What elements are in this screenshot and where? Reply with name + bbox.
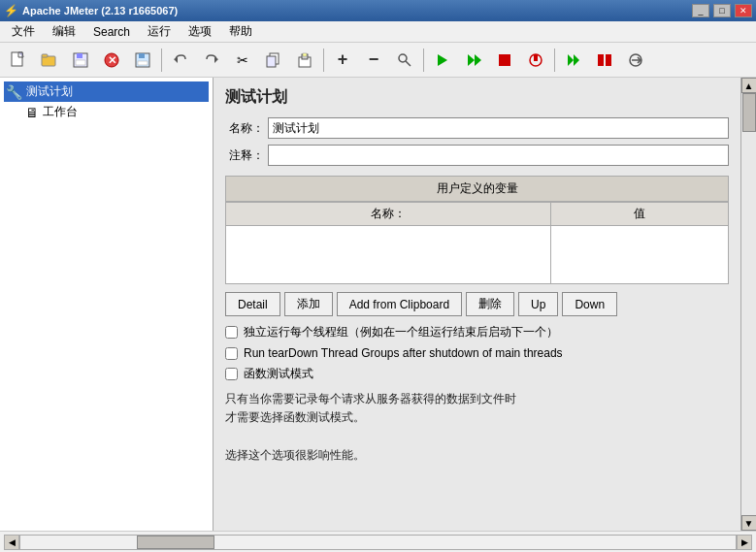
comment-row: 注释： xyxy=(225,145,729,166)
tree-item-work-bench[interactable]: 🖥 工作台 xyxy=(23,102,209,122)
maximize-button[interactable]: □ xyxy=(713,4,731,17)
table-cell-name[interactable] xyxy=(226,226,551,284)
menu-run[interactable]: 运行 xyxy=(140,21,179,42)
main-area: 🔧 测试计划 🖥 工作台 测试计划 名称： 注释： 用户定义的变量 xyxy=(0,78,756,531)
play-no-pause-button[interactable] xyxy=(459,47,488,74)
tree-item-test-plan[interactable]: 🔧 测试计划 xyxy=(4,81,209,102)
redo-button[interactable] xyxy=(197,47,226,74)
add-button[interactable]: 添加 xyxy=(284,292,333,316)
horizontal-scroll-thumb[interactable] xyxy=(137,536,214,549)
desc-line-2: 才需要选择函数测试模式。 xyxy=(225,410,365,424)
description: 只有当你需要记录每个请求从服务器获得的数据到文件时 才需要选择函数测试模式。 选… xyxy=(225,390,729,465)
svg-rect-23 xyxy=(499,54,510,66)
shutdown-button[interactable] xyxy=(521,47,550,74)
menu-file[interactable]: 文件 xyxy=(4,21,43,42)
stop-button[interactable] xyxy=(490,47,519,74)
menu-search[interactable]: Search xyxy=(85,23,138,41)
horizontal-scrollbar-track[interactable] xyxy=(19,535,737,550)
add-node-button[interactable]: + xyxy=(328,47,357,74)
find-button[interactable] xyxy=(390,47,419,74)
scroll-down-arrow[interactable]: ▼ xyxy=(741,515,757,531)
functional-checkbox-row: 函数测试模式 xyxy=(225,366,729,382)
svg-text:✕: ✕ xyxy=(108,54,116,66)
undo-button[interactable] xyxy=(166,47,195,74)
title-bar: ⚡ Apache JMeter (2.13 r1665067) _ □ ✕ xyxy=(0,0,756,21)
svg-marker-27 xyxy=(574,54,579,66)
comment-input[interactable] xyxy=(268,145,729,166)
svg-rect-2 xyxy=(42,54,48,57)
toolbar-sep-4 xyxy=(554,49,555,72)
tree-item-work-bench-label: 工作台 xyxy=(43,104,78,120)
svg-point-18 xyxy=(399,54,407,62)
test-plan-icon: 🔧 xyxy=(6,84,22,100)
detail-button[interactable]: Detail xyxy=(225,292,280,316)
app-icon: ⚡ xyxy=(4,4,18,17)
close-button[interactable]: ✕ xyxy=(735,4,752,17)
action-buttons: Detail 添加 Add from Clipboard 删除 Up Down xyxy=(225,292,729,316)
status-bar: ◀ ▶ xyxy=(0,531,756,552)
scroll-up-arrow[interactable]: ▲ xyxy=(741,78,757,93)
svg-rect-4 xyxy=(77,53,82,58)
comment-label: 注释： xyxy=(225,147,264,164)
tree-children: 🖥 工作台 xyxy=(23,102,209,122)
teardown-checkbox-row: Run tearDown Thread Groups after shutdow… xyxy=(225,346,729,360)
down-button[interactable]: Down xyxy=(562,292,617,316)
content-title: 测试计划 xyxy=(225,87,729,108)
user-vars-title: 用户定义的变量 xyxy=(225,176,729,202)
clear-button[interactable] xyxy=(621,47,650,74)
independent-checkbox-row: 独立运行每个线程组（例如在一个组运行结束后启动下一个） xyxy=(225,324,729,341)
add-from-clipboard-button[interactable]: Add from Clipboard xyxy=(337,292,462,316)
save-all-button[interactable] xyxy=(66,47,95,74)
window-title: Apache JMeter (2.13 r1665067) xyxy=(22,5,688,16)
toolbar-sep-3 xyxy=(423,49,424,72)
variables-table: 名称： 值 xyxy=(225,202,729,284)
svg-rect-9 xyxy=(139,53,145,58)
table-empty-row xyxy=(226,226,729,284)
play-button[interactable] xyxy=(428,47,457,74)
menu-bar: 文件 编辑 Search 运行 选项 帮助 xyxy=(0,21,756,43)
remove-node-button[interactable]: − xyxy=(359,47,388,74)
cut-button[interactable]: ✂ xyxy=(228,47,257,74)
new-button[interactable] xyxy=(4,47,33,74)
svg-rect-28 xyxy=(598,54,604,66)
scroll-right-arrow[interactable]: ▶ xyxy=(737,535,752,550)
independent-checkbox[interactable] xyxy=(225,326,238,339)
play-remote-button[interactable] xyxy=(559,47,588,74)
menu-options[interactable]: 选项 xyxy=(181,21,219,42)
table-cell-value[interactable] xyxy=(550,226,728,284)
up-button[interactable]: Up xyxy=(518,292,558,316)
svg-rect-5 xyxy=(76,60,85,65)
save-button[interactable] xyxy=(128,47,157,74)
svg-marker-26 xyxy=(568,54,574,66)
content-panel: 测试计划 名称： 注释： 用户定义的变量 名称： 值 xyxy=(214,78,740,531)
tree-panel: 🔧 测试计划 🖥 工作台 xyxy=(0,78,214,531)
name-row: 名称： xyxy=(225,117,729,139)
open-button[interactable] xyxy=(35,47,64,74)
scroll-track[interactable] xyxy=(741,93,756,515)
svg-line-19 xyxy=(406,61,411,66)
paste-button[interactable] xyxy=(290,47,319,74)
copy-button[interactable] xyxy=(259,47,288,74)
svg-rect-14 xyxy=(267,56,276,67)
svg-marker-22 xyxy=(475,54,481,66)
menu-edit[interactable]: 编辑 xyxy=(45,21,83,42)
scroll-left-arrow[interactable]: ◀ xyxy=(4,535,19,550)
teardown-checkbox[interactable] xyxy=(225,347,238,360)
name-input[interactable] xyxy=(268,117,729,139)
delete-button[interactable]: 删除 xyxy=(466,292,514,316)
menu-help[interactable]: 帮助 xyxy=(221,21,260,42)
functional-label: 函数测试模式 xyxy=(244,366,313,382)
toolbar-sep-1 xyxy=(161,49,162,72)
svg-rect-29 xyxy=(606,54,611,66)
vertical-scrollbar[interactable]: ▲ ▼ xyxy=(740,78,756,531)
svg-marker-20 xyxy=(438,54,447,66)
functional-checkbox[interactable] xyxy=(225,368,238,380)
svg-rect-17 xyxy=(303,53,307,56)
scroll-thumb[interactable] xyxy=(742,93,756,132)
desc-line-4: 选择这个选项很影响性能。 xyxy=(225,448,365,462)
toolbar-sep-2 xyxy=(323,49,324,72)
teardown-label: Run tearDown Thread Groups after shutdow… xyxy=(244,346,563,360)
minimize-button[interactable]: _ xyxy=(692,4,709,17)
error-button[interactable]: ✕ xyxy=(97,47,126,74)
stop-remote-button[interactable] xyxy=(590,47,619,74)
